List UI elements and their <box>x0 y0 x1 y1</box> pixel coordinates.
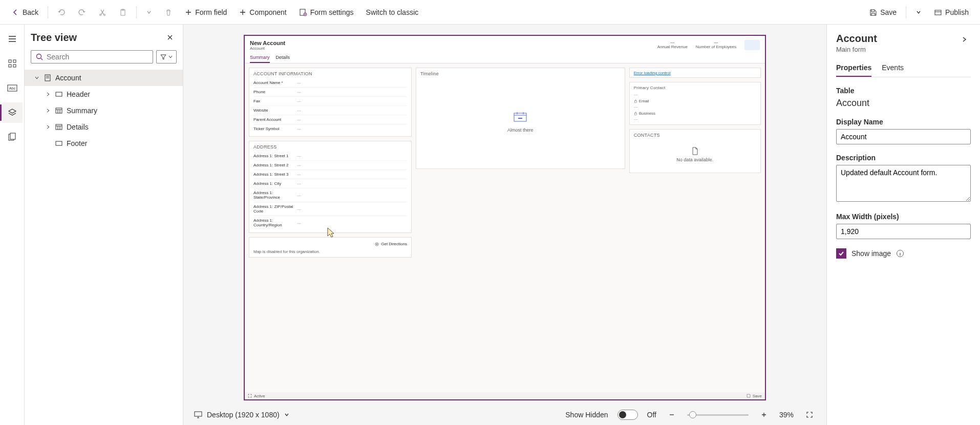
hamburger-icon <box>8 34 17 44</box>
tree-item-details[interactable]: Details <box>25 119 183 135</box>
form-tabs: Summary Details <box>245 53 765 63</box>
expand-icon <box>248 394 252 398</box>
library-icon <box>8 133 17 142</box>
collapse-props-button[interactable] <box>957 33 971 46</box>
canvas-toolbar: Desktop (1920 x 1080) Show Hidden Off 39… <box>183 405 826 425</box>
description-label: Description <box>836 154 971 162</box>
form-tab-details[interactable]: Details <box>276 53 290 63</box>
props-tab-properties[interactable]: Properties <box>836 60 871 77</box>
component-button[interactable]: Component <box>234 5 291 19</box>
fit-button[interactable] <box>803 408 816 421</box>
section-primary-contact[interactable]: Primary Contact --- Email --- Business -… <box>629 82 761 125</box>
info-icon[interactable] <box>896 249 904 258</box>
properties-panel: Account Main form Properties Events Tabl… <box>826 25 980 425</box>
table-value: Account <box>836 98 971 109</box>
section-address[interactable]: ADDRESS Address 1: Street 1--- Address 1… <box>249 141 412 233</box>
max-width-label: Max Width (pixels) <box>836 213 971 221</box>
form-header[interactable]: New Account Account ---Annual Revenue --… <box>245 36 765 53</box>
tree-search-box[interactable] <box>31 50 153 63</box>
publish-icon <box>934 8 942 16</box>
responsive-label[interactable]: Desktop (1920 x 1080) <box>207 411 280 419</box>
tree-item-footer[interactable]: Footer <box>25 135 183 152</box>
paste-button[interactable] <box>114 5 132 19</box>
switch-classic-label: Switch to classic <box>366 8 419 16</box>
left-rail: Abc <box>0 25 25 425</box>
section-contacts[interactable]: CONTACTS No data available. <box>629 129 761 173</box>
tree-title: Tree view <box>31 32 77 44</box>
form-settings-icon <box>299 8 307 16</box>
footer-icon <box>55 141 62 146</box>
max-width-input[interactable] <box>836 224 971 239</box>
tree-rail-button[interactable] <box>2 102 23 123</box>
show-image-checkbox[interactable] <box>836 248 846 259</box>
document-icon <box>691 147 698 155</box>
form-preview[interactable]: New Account Account ---Annual Revenue --… <box>244 35 766 400</box>
display-name-input[interactable] <box>836 129 971 144</box>
zoom-out-button[interactable] <box>666 409 678 421</box>
publish-button[interactable]: Publish <box>929 5 974 19</box>
form-tab-summary[interactable]: Summary <box>250 53 270 63</box>
hamburger-button[interactable] <box>2 29 23 49</box>
redo-icon <box>78 8 86 16</box>
plus-icon <box>185 9 192 16</box>
switch-classic-button[interactable]: Switch to classic <box>361 5 424 19</box>
svg-point-0 <box>100 14 101 15</box>
description-input[interactable] <box>836 165 971 202</box>
tree-item-summary[interactable]: Summary <box>25 102 183 119</box>
svg-rect-24 <box>634 101 636 103</box>
svg-rect-19 <box>56 124 62 130</box>
tab-icon <box>55 124 62 130</box>
delete-button[interactable] <box>159 5 178 19</box>
svg-rect-14 <box>10 133 15 139</box>
trash-icon <box>164 8 173 16</box>
svg-rect-10 <box>13 65 16 67</box>
tree-item-header[interactable]: Header <box>25 86 183 102</box>
header-icon <box>55 92 62 97</box>
component-label: Component <box>249 8 286 16</box>
chevron-down-icon[interactable] <box>284 412 290 418</box>
minus-icon <box>669 412 675 418</box>
show-hidden-toggle[interactable] <box>617 410 638 420</box>
save-button[interactable]: Save <box>864 5 902 19</box>
tree-search-input[interactable] <box>47 53 148 61</box>
save-chevron-button[interactable] <box>910 6 927 18</box>
section-account-info[interactable]: ACCOUNT INFORMATION Account Name*--- Pho… <box>249 68 412 137</box>
section-timeline[interactable]: Timeline Almost there <box>416 68 625 169</box>
back-label: Back <box>23 8 38 16</box>
zoom-slider[interactable] <box>687 414 749 416</box>
chevron-down-icon <box>34 75 39 80</box>
chevron-right-icon <box>46 124 51 130</box>
back-button[interactable]: Back <box>6 5 44 19</box>
save-icon <box>747 394 751 398</box>
form-settings-button[interactable]: Form settings <box>294 5 359 19</box>
form-footer[interactable]: Active Save <box>245 392 765 399</box>
props-subtitle: Main form <box>836 46 877 53</box>
chevron-right-icon <box>46 108 51 113</box>
chevron-down-icon <box>168 54 173 59</box>
redo-button[interactable] <box>73 5 91 19</box>
section-map[interactable]: Get Directions Map is disabled for this … <box>249 237 412 258</box>
close-tree-button[interactable] <box>163 31 177 44</box>
error-link[interactable]: Error loading control <box>634 71 671 75</box>
cut-button[interactable] <box>93 5 112 19</box>
lock-icon <box>634 112 637 115</box>
paste-chevron-button[interactable] <box>141 6 157 18</box>
libraries-rail-button[interactable] <box>2 127 23 147</box>
lock-icon <box>634 99 637 103</box>
form-settings-label: Form settings <box>310 8 354 16</box>
display-name-label: Display Name <box>836 118 971 126</box>
fields-rail-button[interactable]: Abc <box>2 78 23 98</box>
props-title: Account <box>836 33 877 45</box>
plus-icon <box>239 9 246 16</box>
components-rail-button[interactable] <box>2 53 23 74</box>
svg-rect-7 <box>9 60 11 62</box>
tree-item-account[interactable]: Account <box>25 70 183 86</box>
tree-filter-button[interactable] <box>156 50 177 63</box>
section-error[interactable]: Error loading control <box>629 68 761 78</box>
undo-button[interactable] <box>52 5 71 19</box>
props-tab-events[interactable]: Events <box>882 60 904 77</box>
form-field-button[interactable]: Form field <box>180 5 232 19</box>
zoom-in-button[interactable] <box>758 409 770 421</box>
save-label: Save <box>880 8 897 16</box>
svg-point-1 <box>104 14 105 15</box>
